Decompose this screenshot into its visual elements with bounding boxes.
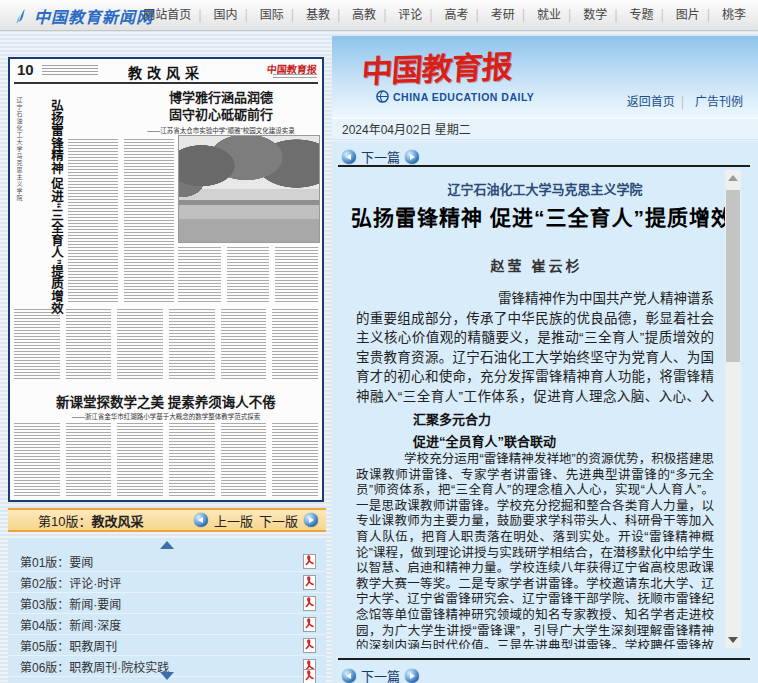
- paper-article1-title-line2: 固守初心砥砺前行: [125, 104, 317, 123]
- masthead-globe-icon: [376, 90, 389, 103]
- next-article-link[interactable]: 下一篇: [361, 666, 400, 683]
- pdf-icon[interactable]: [303, 638, 316, 653]
- divider: [660, 8, 667, 22]
- topnav-links: 网站首页 国内 国际 基教 高教 评论 高考 考研 就业 数学 专题 图片 桃李: [137, 0, 752, 30]
- prev-article-icon[interactable]: [342, 150, 356, 164]
- divider: [243, 8, 250, 22]
- topnav-link-kaoyan[interactable]: 考研: [485, 8, 521, 22]
- pdf-icon[interactable]: [303, 596, 316, 611]
- site-logo[interactable]: 中国教育新闻网: [12, 4, 153, 28]
- topnav-link-gaokao[interactable]: 高考: [439, 8, 475, 22]
- divider: [680, 95, 687, 109]
- pdf-icon[interactable]: [303, 617, 316, 632]
- scrollbar-thumb[interactable]: [726, 190, 740, 362]
- edition-list-item-partial[interactable]: [303, 669, 316, 683]
- site-logo-text: 中国教育新闻网: [34, 4, 153, 28]
- edition-label: 第02版：评论·时评: [20, 574, 121, 591]
- edition-label: 第04版：新闻·深度: [20, 616, 121, 633]
- newspaper-masthead: 中国教育报 CHINA EDUCATION DAILY 返回首页 广告刊例: [332, 36, 758, 118]
- prev-article-icon[interactable]: [342, 669, 356, 683]
- scrollbar-up-icon[interactable]: [728, 175, 738, 181]
- pdf-icon[interactable]: [303, 575, 316, 590]
- topnav-link-higher-edu[interactable]: 高教: [346, 8, 382, 22]
- topnav-link-domestic[interactable]: 国内: [207, 8, 243, 22]
- next-article-icon[interactable]: [405, 669, 419, 683]
- date-bar: 2024年04月02日 星期二: [332, 118, 758, 140]
- site-top-nav: 中国教育新闻网 网站首页 国内 国际 基教 高教 评论 高考 考研 就业 数学 …: [0, 0, 758, 31]
- article-scrollbar[interactable]: [725, 170, 741, 648]
- topnav-link-home[interactable]: 网站首页: [137, 8, 197, 22]
- topnav-link-photos[interactable]: 图片: [670, 8, 706, 22]
- topnav-link-special[interactable]: 专题: [624, 8, 660, 22]
- topnav-link-math[interactable]: 数学: [577, 8, 613, 22]
- masthead-subtitle-row: CHINA EDUCATION DAILY: [376, 90, 534, 103]
- divider: [338, 165, 750, 167]
- ad-rates-link[interactable]: 广告刊例: [690, 95, 748, 109]
- divider: [567, 8, 574, 22]
- edition-label: 第06版：职教周刊·院校实践: [20, 658, 169, 675]
- edition-label: 第05版：职教周刊: [20, 637, 117, 654]
- edition-list-item[interactable]: 第05版：职教周刊: [8, 635, 326, 656]
- paper-vertical-kicker: 辽宁石油化工大学马克思主义学院: [15, 97, 24, 222]
- edition-list-item[interactable]: 第03版：新闻·要闻: [8, 593, 326, 614]
- edition-list-item[interactable]: 第01版：要闻: [8, 551, 326, 572]
- divider: [290, 8, 297, 22]
- simulated-text-columns: [14, 309, 318, 381]
- edition-label: 第03版：新闻·要闻: [20, 595, 121, 612]
- article-authors: 赵莹 崔云杉: [332, 255, 741, 275]
- scroll-down-icon[interactable]: [160, 672, 174, 680]
- edition-bar: 第10版： 教改风采 上一版 下一版: [8, 508, 326, 532]
- masthead-title: 中国教育报: [360, 41, 513, 91]
- back-home-link[interactable]: 返回首页: [622, 95, 680, 109]
- divider: [475, 8, 482, 22]
- edition-current-prefix: 第10版：: [38, 511, 91, 530]
- divider: [428, 8, 435, 22]
- next-edition-link[interactable]: 下一版: [259, 511, 298, 530]
- simulated-text-columns: [68, 139, 174, 303]
- newspaper-page-thumbnail[interactable]: 10 教改风采 中国教育报 辽宁石油化工大学马克思主义学院 弘扬雷锋精神 促进“…: [8, 57, 324, 502]
- prev-edition-icon[interactable]: [194, 513, 208, 527]
- divider: [336, 8, 343, 22]
- divider: [197, 8, 204, 22]
- paper-brand-meta: [273, 74, 317, 78]
- article-subhead-2: 促进“全员育人”联合联动: [413, 431, 556, 450]
- paper-photo: [178, 135, 320, 243]
- topnav-link-taoli[interactable]: 桃李: [716, 8, 752, 22]
- paper-header-rule: [14, 82, 318, 84]
- divider: [338, 658, 750, 660]
- next-edition-icon[interactable]: [304, 513, 318, 527]
- simulated-text-columns: [178, 247, 318, 303]
- site-logo-icon: [12, 6, 30, 26]
- article-reader-panel: 下一篇 辽宁石油化工大学马克思主义学院 弘扬雷锋精神 促进“三全育人”提质增效 …: [332, 141, 758, 683]
- article-title: 弘扬雷锋精神 促进“三全育人”提质增效: [342, 201, 742, 231]
- edition-list-item[interactable]: 第02版：评论·时评: [8, 572, 326, 593]
- topnav-link-jobs[interactable]: 就业: [531, 8, 567, 22]
- prev-edition-link[interactable]: 上一版: [214, 511, 253, 530]
- masthead-links: 返回首页 广告刊例: [622, 92, 748, 109]
- edition-current-name: 教改风采: [91, 511, 143, 530]
- paper-article2-subtitle: ——浙江省金华市红湖路小学基于大概念的数学整体教学范式探索: [14, 411, 318, 421]
- topnav-link-comment[interactable]: 评论: [392, 8, 428, 22]
- scroll-up-icon[interactable]: [160, 541, 174, 549]
- next-article-icon[interactable]: [405, 150, 419, 164]
- divider: [706, 8, 713, 22]
- article-nav-bottom: 下一篇: [342, 666, 419, 683]
- topnav-link-international[interactable]: 国际: [254, 8, 290, 22]
- article-subhead-1: 汇聚多元合力: [413, 409, 491, 428]
- paper-vertical-headline: 弘扬雷锋精神 促进“三全育人”提质增效: [26, 99, 66, 341]
- next-article-link[interactable]: 下一篇: [361, 147, 400, 166]
- edition-label: 第01版：要闻: [20, 553, 93, 570]
- divider: [382, 8, 389, 22]
- simulated-text-columns: [14, 423, 318, 496]
- paper-article2-title: 新课堂探数学之美 提素养须诲人不倦: [14, 391, 318, 411]
- topnav-link-basic-edu[interactable]: 基教: [300, 8, 336, 22]
- pdf-icon[interactable]: [303, 554, 316, 569]
- masthead-subtitle: CHINA EDUCATION DAILY: [393, 91, 534, 103]
- paper-article1-subtitle: ——江苏省太仓市实验中学“顺雅”校园文化建设实录: [125, 125, 317, 135]
- article-paragraph-1: 雷锋精神作为中国共产党人精神谱系的重要组成部分，传承了中华民族的优良品德，彰显着…: [356, 289, 714, 407]
- scrollbar-down-icon[interactable]: [728, 637, 738, 643]
- article-nav-top: 下一篇: [342, 147, 419, 166]
- pdf-icon[interactable]: [303, 669, 316, 683]
- divider: [521, 8, 528, 22]
- edition-list-item[interactable]: 第04版：新闻·深度: [8, 614, 326, 635]
